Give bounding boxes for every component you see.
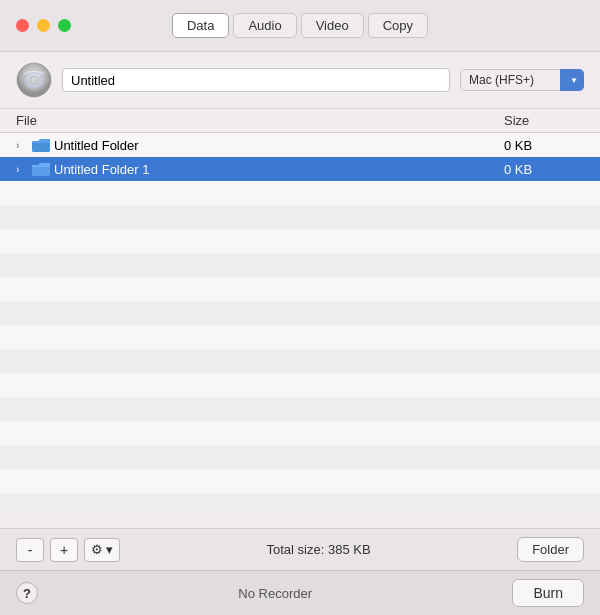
empty-row [0, 493, 600, 517]
empty-row [0, 301, 600, 325]
file-name: Untitled Folder [54, 138, 504, 153]
empty-row [0, 397, 600, 421]
disc-name-input[interactable] [62, 68, 450, 92]
empty-row [0, 349, 600, 373]
empty-row [0, 277, 600, 301]
burn-button[interactable]: Burn [512, 579, 584, 607]
file-name: Untitled Folder 1 [54, 162, 504, 177]
empty-row [0, 181, 600, 205]
tab-copy[interactable]: Copy [368, 13, 428, 38]
disc-icon [16, 62, 52, 98]
expand-icon[interactable]: › [16, 140, 32, 151]
tab-video[interactable]: Video [301, 13, 364, 38]
file-list: › Untitled Folder 0 KB › Untitled Folder… [0, 133, 600, 528]
col-file-header: File [16, 113, 504, 128]
tab-data[interactable]: Data [172, 13, 229, 38]
empty-row [0, 373, 600, 397]
file-area: › Untitled Folder 0 KB › Untitled Folder… [0, 133, 600, 528]
tab-audio[interactable]: Audio [233, 13, 296, 38]
empty-row [0, 253, 600, 277]
column-headers: File Size [0, 109, 600, 133]
folder-blue-icon [32, 138, 50, 152]
empty-row [0, 469, 600, 493]
empty-row [0, 421, 600, 445]
format-select[interactable]: Mac (HFS+) DVD-ROM (ISO) Hybrid [460, 69, 584, 91]
tab-group: Data Audio Video Copy [170, 13, 430, 38]
expand-icon[interactable]: › [16, 164, 32, 175]
close-button[interactable] [16, 19, 29, 32]
file-size: 0 KB [504, 138, 584, 153]
recorder-status: No Recorder [48, 586, 502, 601]
main-content: Mac (HFS+) DVD-ROM (ISO) Hybrid File Siz… [0, 52, 600, 615]
file-size: 0 KB [504, 162, 584, 177]
folder-blue-icon [32, 162, 50, 176]
remove-button[interactable]: - [16, 538, 44, 562]
minimize-button[interactable] [37, 19, 50, 32]
table-row[interactable]: › Untitled Folder 1 0 KB [0, 157, 600, 181]
settings-button[interactable]: ⚙ ▾ [84, 538, 120, 562]
window-controls [16, 19, 71, 32]
empty-row [0, 229, 600, 253]
empty-row [0, 445, 600, 469]
total-size-label: Total size: 385 KB [126, 542, 511, 557]
disc-header: Mac (HFS+) DVD-ROM (ISO) Hybrid [0, 52, 600, 109]
help-button[interactable]: ? [16, 582, 38, 604]
add-button[interactable]: + [50, 538, 78, 562]
maximize-button[interactable] [58, 19, 71, 32]
svg-point-3 [33, 79, 36, 82]
empty-row [0, 325, 600, 349]
table-row[interactable]: › Untitled Folder 0 KB [0, 133, 600, 157]
empty-row [0, 205, 600, 229]
col-size-header: Size [504, 113, 584, 128]
bottom-toolbar: - + ⚙ ▾ Total size: 385 KB Folder [0, 528, 600, 570]
folder-button[interactable]: Folder [517, 537, 584, 562]
format-select-wrapper[interactable]: Mac (HFS+) DVD-ROM (ISO) Hybrid [460, 69, 584, 91]
status-bar: ? No Recorder Burn [0, 570, 600, 615]
titlebar: Data Audio Video Copy [0, 0, 600, 52]
